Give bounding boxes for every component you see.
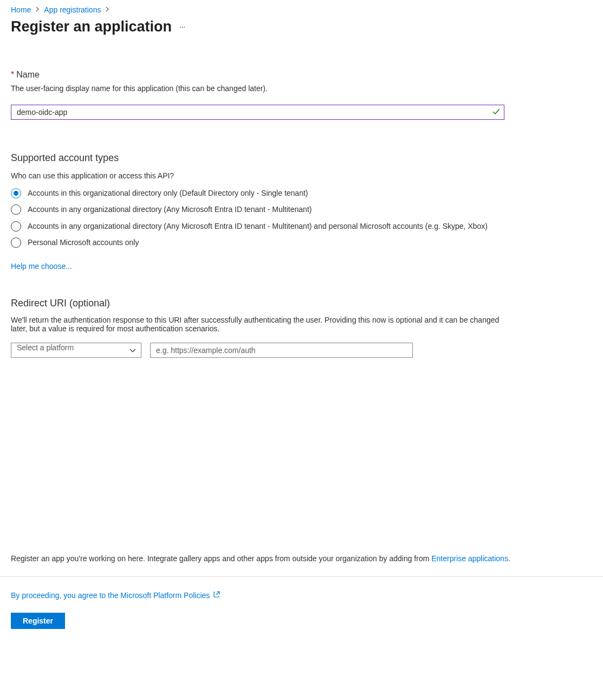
chevron-right-icon	[35, 6, 40, 14]
name-description: The user-facing display name for this ap…	[11, 84, 592, 93]
radio-multitenant-personal[interactable]: Accounts in any organizational directory…	[11, 221, 592, 232]
redirect-uri-section: Redirect URI (optional) We'll return the…	[11, 298, 592, 358]
breadcrumb-app-registrations[interactable]: App registrations	[44, 5, 101, 14]
radio-single-tenant[interactable]: Accounts in this organizational director…	[11, 188, 592, 198]
name-label: *Name	[11, 70, 592, 80]
redirect-uri-input[interactable]	[150, 343, 413, 358]
breadcrumb-home[interactable]: Home	[11, 5, 31, 14]
radio-icon	[11, 221, 21, 232]
radio-icon	[11, 204, 21, 215]
name-input[interactable]	[11, 105, 504, 120]
account-types-section: Supported account types Who can use this…	[11, 152, 592, 271]
checkmark-icon	[492, 108, 500, 117]
radio-label: Accounts in any organizational directory…	[28, 221, 488, 232]
chevron-right-icon	[105, 6, 109, 14]
platform-policies-link[interactable]: By proceeding, you agree to the Microsof…	[11, 591, 220, 600]
page-title: Register an application	[11, 18, 172, 35]
radio-label: Accounts in any organizational directory…	[28, 204, 312, 215]
divider	[0, 576, 603, 577]
account-types-radio-group: Accounts in this organizational director…	[11, 188, 592, 248]
account-types-title: Supported account types	[11, 152, 592, 164]
external-link-icon	[213, 591, 220, 600]
radio-icon	[11, 188, 21, 198]
redirect-uri-title: Redirect URI (optional)	[11, 298, 592, 309]
radio-icon	[11, 237, 21, 248]
redirect-uri-description: We'll return the authentication response…	[11, 316, 509, 333]
enterprise-apps-note: Register an app you're working on here. …	[11, 554, 510, 563]
more-icon[interactable]: ···	[179, 23, 185, 31]
platform-select[interactable]: Select a platform	[11, 343, 141, 358]
register-button[interactable]: Register	[11, 613, 65, 629]
breadcrumb: Home App registrations	[11, 5, 592, 14]
required-asterisk: *	[11, 70, 14, 79]
radio-label: Accounts in this organizational director…	[28, 188, 308, 198]
radio-personal-only[interactable]: Personal Microsoft accounts only	[11, 237, 592, 248]
footer: By proceeding, you agree to the Microsof…	[11, 591, 220, 629]
help-me-choose-link[interactable]: Help me choose...	[11, 262, 72, 271]
name-section: *Name The user-facing display name for t…	[11, 70, 592, 120]
enterprise-applications-link[interactable]: Enterprise applications	[431, 554, 508, 563]
account-types-question: Who can use this application or access t…	[11, 171, 592, 180]
radio-label: Personal Microsoft accounts only	[28, 237, 139, 248]
radio-multitenant[interactable]: Accounts in any organizational directory…	[11, 204, 592, 215]
